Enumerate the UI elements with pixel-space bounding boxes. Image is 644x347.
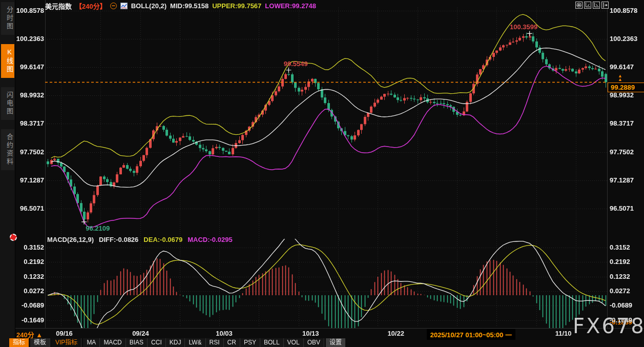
macd-macd-value: MACD:-0.0295 [188, 236, 232, 243]
boll-lower-value: LOWER:99.2748 [265, 2, 316, 10]
sidebar-tab-K线图[interactable]: K线图 [1, 44, 14, 78]
x-axis-tick: 09/24 [132, 330, 149, 337]
indicator-toolbar: 指标模板VIP指标MAMACDBIASCCIKDJLW&RSICRPSYBOLL… [9, 338, 345, 347]
y-axis-label: 0.1232 [15, 273, 44, 280]
boll-label: BOLL(20,2) [131, 2, 167, 10]
toolbar-button-设置[interactable]: 设置 [326, 338, 345, 347]
axis-scale-left-icon[interactable] [584, 2, 591, 9]
toolbar-button-BIAS[interactable]: BIAS [126, 338, 148, 347]
y-axis-label: 96.5071 [610, 205, 634, 212]
peak-price-annotation: 99.5549 [284, 60, 308, 68]
y-axis-label: 0.0272 [610, 287, 630, 295]
x-axis-tick: 10/13 [302, 330, 319, 337]
collapse-icon[interactable]: − [110, 3, 117, 9]
x-axis-tick: 10/22 [387, 330, 404, 337]
y-axis-label: 100.2363 [610, 35, 637, 43]
y-axis-label: 0.2192 [610, 258, 630, 266]
y-axis-label: -0.0689 [15, 301, 44, 309]
toolbar-button-KDJ[interactable]: KDJ [166, 338, 185, 347]
toolbar-button-MACD[interactable]: MACD [100, 338, 126, 347]
y-axis-label: 98.3717 [15, 119, 44, 127]
last-price-tag: 99.2889 [608, 83, 644, 92]
toolbar-button-RSI[interactable]: RSI [206, 338, 224, 347]
y-axis-label: 99.6147 [610, 63, 634, 71]
price-up-arrows-icon: ▲▲ [618, 74, 622, 81]
y-axis-label: 98.3717 [610, 119, 634, 127]
chart-window-controls [575, 2, 609, 9]
toolbar-button-MA[interactable]: MA [83, 338, 100, 347]
y-axis-label: 96.5071 [15, 205, 44, 212]
indicator-chart-icon[interactable] [120, 3, 128, 9]
chart-mode-tabs: 分时图K线图闪电图合约资料 [0, 2, 15, 170]
y-axis-label: 0.3152 [15, 243, 44, 251]
toolbar-button-LW&[interactable]: LW& [185, 338, 205, 347]
y-axis-label: -0.1649 [15, 316, 44, 324]
toolbar-button-模板[interactable]: 模板 [30, 338, 50, 347]
alert-dot-icon[interactable] [10, 234, 17, 241]
y-axis-label: 100.2363 [15, 35, 44, 43]
shift-right-icon[interactable] [601, 2, 609, 9]
sidebar-tab-合约资料[interactable]: 合约资料 [1, 129, 14, 170]
macd-header: MACD(26,12,9) DIFF:-0.0826 DEA:-0.0679 M… [47, 236, 233, 243]
y-axis-label: 97.1287 [15, 176, 44, 184]
x-axis-tick: 10/03 [216, 330, 233, 337]
toolbar-button-OBV[interactable]: OBV [304, 338, 324, 347]
y-axis-label: 100.8578 [15, 7, 44, 14]
chart-header: 美元指数 【240分】 − BOLL(20,2) MID:99.5158 UPP… [45, 2, 316, 10]
symbol-title: 美元指数 [45, 1, 72, 11]
toolbar-button-BOLL[interactable]: BOLL [260, 338, 284, 347]
axis-scale-right-icon[interactable] [593, 2, 600, 9]
low-price-annotation: 96.2109 [86, 224, 110, 232]
fx678-watermark: FX678 [573, 314, 644, 338]
y-axis-label: 97.1287 [610, 176, 634, 184]
y-axis-label: 97.7502 [610, 148, 634, 156]
boll-upper-value: UPPER:99.7567 [212, 2, 261, 10]
toolbar-button-CR[interactable]: CR [224, 338, 240, 347]
y-axis-label: 97.7502 [15, 148, 44, 156]
y-axis-label: 98.9932 [610, 91, 634, 99]
y-axis-label: 0.3152 [610, 243, 630, 251]
y-axis-label: 0.2192 [15, 258, 44, 266]
hovered-candle-datetime: 2025/10/27 01:00~05:00 一 [427, 329, 515, 340]
y-axis-label: 100.8578 [610, 7, 637, 14]
macd-dea-value: DEA:-0.0679 [143, 236, 182, 243]
period-tag: 【240分】 [75, 1, 107, 11]
sidebar-tab-闪电图[interactable]: 闪电图 [1, 87, 14, 120]
toolbar-button-CCI[interactable]: CCI [148, 338, 166, 347]
boll-mid-value: MID:99.5158 [170, 2, 209, 10]
toolbar-button-PSY[interactable]: PSY [240, 338, 260, 347]
left-sidebar: 分时图K线图闪电图合约资料 [0, 0, 15, 347]
y-axis-label: 0.0272 [15, 287, 44, 295]
macd-params-label: MACD(26,12,9) [47, 236, 94, 243]
toolbar-button-VOL[interactable]: VOL [284, 338, 304, 347]
kline-chart-canvas[interactable] [0, 0, 644, 347]
y-axis-label: -0.0689 [610, 301, 632, 309]
crosshair-pan-icon[interactable] [575, 2, 583, 9]
toolbar-button-VIP指标[interactable]: VIP指标 [52, 338, 81, 347]
macd-diff-value: DIFF:-0.0826 [99, 236, 138, 243]
sidebar-tab-分时图[interactable]: 分时图 [1, 2, 14, 35]
x-axis-tick: 09/16 [56, 330, 73, 337]
y-axis-label: 0.1232 [610, 273, 630, 280]
toolbar-button-指标[interactable]: 指标 [9, 338, 29, 347]
y-axis-label: 99.6147 [15, 63, 44, 71]
y-axis-label: 98.9932 [15, 91, 44, 99]
x-axis-tick: 11/10 [555, 330, 572, 337]
top-price-annotation: 100.3599 [510, 23, 537, 31]
